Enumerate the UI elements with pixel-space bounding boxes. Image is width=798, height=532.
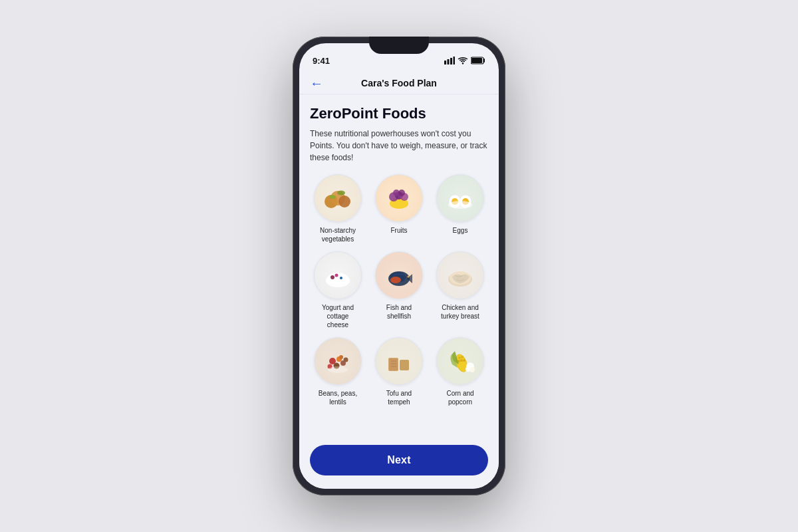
- svg-point-41: [344, 358, 348, 362]
- food-label-fruits: Fruits: [391, 226, 408, 235]
- svg-point-52: [461, 356, 464, 358]
- food-circle-fish: [375, 251, 423, 299]
- svg-point-42: [328, 366, 348, 373]
- food-circle-tofu: [375, 337, 423, 385]
- food-label-fish: Fish andshellfish: [386, 303, 412, 321]
- svg-point-54: [460, 359, 463, 362]
- svg-point-26: [331, 275, 334, 279]
- page-description: These nutritional powerhouses won't cost…: [310, 128, 488, 164]
- page-title: ZeroPoint Foods: [310, 105, 488, 122]
- food-label-beans: Beans, peas,lentils: [319, 389, 357, 406]
- food-circle-eggs: [436, 174, 484, 222]
- svg-point-58: [469, 367, 475, 372]
- yogurt-icon: [318, 255, 358, 295]
- svg-point-4: [462, 63, 464, 64]
- svg-rect-45: [400, 360, 409, 370]
- svg-point-17: [398, 190, 405, 196]
- next-button[interactable]: Next: [310, 445, 488, 475]
- food-item-fish: Fish andshellfish: [371, 251, 427, 329]
- svg-rect-3: [454, 57, 456, 65]
- svg-point-10: [329, 195, 336, 199]
- food-label-tofu: Tofu andtempeh: [386, 389, 412, 406]
- svg-point-55: [463, 359, 466, 362]
- svg-point-51: [458, 356, 461, 359]
- food-circle-fruits: [375, 174, 423, 222]
- food-circle-yogurt: [314, 251, 362, 299]
- eggs-icon: [440, 178, 480, 218]
- food-label-eggs: Eggs: [453, 226, 468, 235]
- food-item-tofu: Tofu andtempeh: [371, 337, 427, 406]
- svg-point-40: [339, 355, 343, 359]
- phone-frame: 9:41: [293, 37, 505, 495]
- food-item-eggs: Eggs: [432, 174, 488, 243]
- vegetables-icon: [318, 178, 358, 218]
- content-area: ZeroPoint Foods These nutritional powerh…: [299, 94, 499, 437]
- next-btn-container: Next: [299, 437, 499, 489]
- food-circle-vegetables: [314, 174, 362, 222]
- svg-rect-1: [448, 59, 450, 65]
- food-item-vegetables: Non-starchyvegetables: [310, 174, 366, 243]
- fruits-icon: [379, 178, 419, 218]
- fish-icon: [379, 255, 419, 295]
- food-label-yogurt: Yogurt andcottagecheese: [322, 303, 354, 329]
- svg-rect-44: [389, 358, 398, 370]
- back-button[interactable]: ←: [310, 76, 323, 91]
- battery-icon: [471, 57, 485, 65]
- food-label-chicken: Chicken andturkey breast: [441, 303, 479, 321]
- svg-rect-2: [450, 58, 452, 65]
- tofu-icon: [379, 341, 419, 381]
- nav-title: Cara's Food Plan: [361, 78, 437, 88]
- food-label-vegetables: Non-starchyvegetables: [320, 226, 356, 243]
- food-grid: Non-starchyvegetables Fruits: [310, 174, 488, 406]
- nav-bar: ← Cara's Food Plan: [299, 72, 499, 94]
- svg-point-27: [335, 274, 338, 277]
- beans-icon: [318, 341, 358, 381]
- svg-rect-6: [471, 58, 482, 63]
- svg-point-32: [390, 277, 401, 283]
- svg-point-11: [337, 191, 345, 196]
- svg-rect-0: [444, 61, 446, 65]
- food-item-chicken: Chicken andturkey breast: [432, 251, 488, 329]
- food-item-beans: Beans, peas,lentils: [310, 337, 366, 406]
- food-circle-chicken: [436, 251, 484, 299]
- food-circle-beans: [314, 337, 362, 385]
- svg-point-31: [408, 276, 410, 278]
- food-item-fruits: Fruits: [371, 174, 427, 243]
- food-circle-corn: [436, 337, 484, 385]
- food-label-corn: Corn andpopcorn: [446, 389, 473, 406]
- status-time: 9:41: [313, 56, 330, 66]
- corn-icon: [440, 341, 480, 381]
- svg-point-28: [340, 277, 342, 279]
- notch: [369, 37, 429, 54]
- svg-point-22: [448, 201, 472, 209]
- signal-icon: [444, 57, 455, 65]
- chicken-icon: [440, 255, 480, 295]
- svg-point-9: [338, 196, 350, 207]
- wifi-icon: [458, 57, 468, 65]
- food-item-corn: Corn andpopcorn: [432, 337, 488, 406]
- food-item-yogurt: Yogurt andcottagecheese: [310, 251, 366, 329]
- phone-screen: 9:41: [299, 43, 499, 489]
- status-icons: [444, 57, 485, 65]
